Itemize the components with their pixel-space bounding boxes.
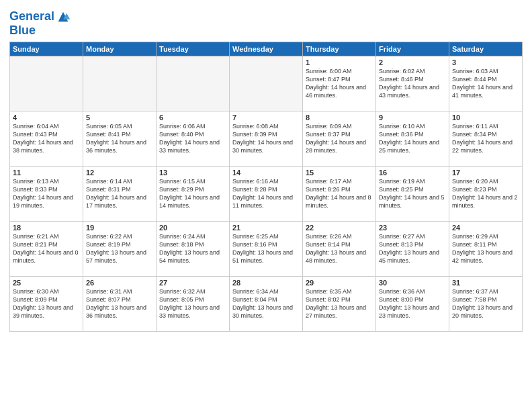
calendar-day-cell: 2Sunrise: 6:02 AM Sunset: 8:46 PM Daylig… bbox=[376, 56, 449, 111]
day-number: 8 bbox=[306, 113, 373, 122]
calendar-day-cell: 30Sunrise: 6:36 AM Sunset: 8:00 PM Dayli… bbox=[376, 276, 449, 331]
calendar-col-header: Wednesday bbox=[230, 42, 303, 56]
calendar-day-cell: 18Sunrise: 6:21 AM Sunset: 8:21 PM Dayli… bbox=[10, 221, 83, 276]
calendar-day-cell: 24Sunrise: 6:29 AM Sunset: 8:11 PM Dayli… bbox=[449, 221, 523, 276]
day-number: 5 bbox=[86, 113, 153, 122]
day-number: 22 bbox=[306, 224, 373, 232]
logo: General Blue bbox=[9, 9, 71, 38]
calendar-body: 1Sunrise: 6:00 AM Sunset: 8:47 PM Daylig… bbox=[10, 56, 523, 331]
calendar-day-cell: 4Sunrise: 6:04 AM Sunset: 8:43 PM Daylig… bbox=[10, 111, 83, 166]
day-info: Sunrise: 6:13 AM Sunset: 8:33 PM Dayligh… bbox=[13, 177, 80, 210]
day-info: Sunrise: 6:24 AM Sunset: 8:18 PM Dayligh… bbox=[159, 232, 226, 265]
calendar-day-cell: 16Sunrise: 6:19 AM Sunset: 8:25 PM Dayli… bbox=[376, 166, 449, 221]
calendar-day-cell: 28Sunrise: 6:34 AM Sunset: 8:04 PM Dayli… bbox=[230, 276, 303, 331]
calendar-day-cell: 25Sunrise: 6:30 AM Sunset: 8:09 PM Dayli… bbox=[10, 276, 83, 331]
calendar-day-cell: 3Sunrise: 6:03 AM Sunset: 8:44 PM Daylig… bbox=[449, 56, 523, 111]
day-info: Sunrise: 6:08 AM Sunset: 8:39 PM Dayligh… bbox=[232, 122, 300, 155]
day-info: Sunrise: 6:11 AM Sunset: 8:34 PM Dayligh… bbox=[452, 122, 519, 155]
day-number: 20 bbox=[159, 224, 226, 232]
calendar-day-cell: 6Sunrise: 6:06 AM Sunset: 8:40 PM Daylig… bbox=[157, 111, 230, 166]
calendar-day-cell: 21Sunrise: 6:25 AM Sunset: 8:16 PM Dayli… bbox=[230, 221, 303, 276]
day-info: Sunrise: 6:10 AM Sunset: 8:36 PM Dayligh… bbox=[379, 122, 446, 155]
logo-icon bbox=[56, 9, 71, 24]
day-number: 10 bbox=[452, 113, 519, 122]
calendar-day-cell: 1Sunrise: 6:00 AM Sunset: 8:47 PM Daylig… bbox=[303, 56, 376, 111]
day-info: Sunrise: 6:27 AM Sunset: 8:13 PM Dayligh… bbox=[379, 232, 446, 265]
calendar-day-cell: 5Sunrise: 6:05 AM Sunset: 8:41 PM Daylig… bbox=[83, 111, 157, 166]
calendar-day-cell: 13Sunrise: 6:15 AM Sunset: 8:29 PM Dayli… bbox=[157, 166, 230, 221]
calendar-day-cell: 12Sunrise: 6:14 AM Sunset: 8:31 PM Dayli… bbox=[83, 166, 157, 221]
day-info: Sunrise: 6:00 AM Sunset: 8:47 PM Dayligh… bbox=[306, 67, 373, 100]
calendar-day-cell bbox=[83, 56, 157, 111]
day-info: Sunrise: 6:02 AM Sunset: 8:46 PM Dayligh… bbox=[379, 67, 446, 100]
calendar-col-header: Thursday bbox=[303, 42, 376, 56]
day-number: 18 bbox=[13, 224, 80, 232]
calendar-day-cell: 19Sunrise: 6:22 AM Sunset: 8:19 PM Dayli… bbox=[83, 221, 157, 276]
calendar-day-cell: 14Sunrise: 6:16 AM Sunset: 8:28 PM Dayli… bbox=[230, 166, 303, 221]
day-info: Sunrise: 6:25 AM Sunset: 8:16 PM Dayligh… bbox=[232, 232, 300, 265]
calendar-day-cell: 26Sunrise: 6:31 AM Sunset: 8:07 PM Dayli… bbox=[83, 276, 157, 331]
day-number: 16 bbox=[379, 169, 446, 177]
day-number: 7 bbox=[232, 113, 300, 122]
calendar-header-row: SundayMondayTuesdayWednesdayThursdayFrid… bbox=[10, 42, 523, 56]
calendar-col-header: Sunday bbox=[10, 42, 83, 56]
day-number: 26 bbox=[86, 279, 153, 287]
calendar-day-cell: 10Sunrise: 6:11 AM Sunset: 8:34 PM Dayli… bbox=[449, 111, 523, 166]
day-number: 1 bbox=[306, 58, 373, 66]
day-info: Sunrise: 6:29 AM Sunset: 8:11 PM Dayligh… bbox=[452, 232, 519, 265]
logo-text2: Blue bbox=[9, 24, 71, 38]
day-number: 28 bbox=[232, 279, 300, 287]
day-number: 30 bbox=[379, 279, 446, 287]
day-info: Sunrise: 6:35 AM Sunset: 8:02 PM Dayligh… bbox=[306, 287, 373, 320]
day-info: Sunrise: 6:36 AM Sunset: 8:00 PM Dayligh… bbox=[379, 287, 446, 320]
day-number: 11 bbox=[13, 169, 80, 177]
calendar-day-cell: 8Sunrise: 6:09 AM Sunset: 8:37 PM Daylig… bbox=[303, 111, 376, 166]
calendar-week-row: 11Sunrise: 6:13 AM Sunset: 8:33 PM Dayli… bbox=[10, 166, 523, 221]
calendar-day-cell bbox=[10, 56, 83, 111]
calendar-day-cell: 9Sunrise: 6:10 AM Sunset: 8:36 PM Daylig… bbox=[376, 111, 449, 166]
day-number: 21 bbox=[232, 224, 300, 232]
day-info: Sunrise: 6:19 AM Sunset: 8:25 PM Dayligh… bbox=[379, 177, 446, 210]
calendar-day-cell bbox=[157, 56, 230, 111]
calendar-col-header: Friday bbox=[376, 42, 449, 56]
day-info: Sunrise: 6:20 AM Sunset: 8:23 PM Dayligh… bbox=[452, 177, 519, 210]
day-number: 19 bbox=[86, 224, 153, 232]
calendar-col-header: Tuesday bbox=[157, 42, 230, 56]
day-info: Sunrise: 6:17 AM Sunset: 8:26 PM Dayligh… bbox=[306, 177, 373, 210]
day-number: 15 bbox=[306, 169, 373, 177]
day-info: Sunrise: 6:09 AM Sunset: 8:37 PM Dayligh… bbox=[306, 122, 373, 155]
day-number: 9 bbox=[379, 113, 446, 122]
day-number: 14 bbox=[232, 169, 300, 177]
day-info: Sunrise: 6:21 AM Sunset: 8:21 PM Dayligh… bbox=[13, 232, 80, 265]
day-number: 17 bbox=[452, 169, 519, 177]
day-number: 31 bbox=[452, 279, 519, 287]
day-number: 13 bbox=[159, 169, 226, 177]
day-number: 27 bbox=[159, 279, 226, 287]
day-number: 6 bbox=[159, 113, 226, 122]
day-info: Sunrise: 6:14 AM Sunset: 8:31 PM Dayligh… bbox=[86, 177, 153, 210]
day-number: 12 bbox=[86, 169, 153, 177]
day-info: Sunrise: 6:26 AM Sunset: 8:14 PM Dayligh… bbox=[306, 232, 373, 265]
day-info: Sunrise: 6:16 AM Sunset: 8:28 PM Dayligh… bbox=[232, 177, 300, 210]
day-number: 23 bbox=[379, 224, 446, 232]
calendar-week-row: 18Sunrise: 6:21 AM Sunset: 8:21 PM Dayli… bbox=[10, 221, 523, 276]
calendar-day-cell: 20Sunrise: 6:24 AM Sunset: 8:18 PM Dayli… bbox=[157, 221, 230, 276]
calendar-col-header: Monday bbox=[83, 42, 157, 56]
day-info: Sunrise: 6:37 AM Sunset: 7:58 PM Dayligh… bbox=[452, 287, 519, 320]
day-number: 29 bbox=[306, 279, 373, 287]
day-number: 4 bbox=[13, 113, 80, 122]
calendar-col-header: Saturday bbox=[449, 42, 523, 56]
day-info: Sunrise: 6:32 AM Sunset: 8:05 PM Dayligh… bbox=[159, 287, 226, 320]
day-number: 25 bbox=[13, 279, 80, 287]
day-info: Sunrise: 6:06 AM Sunset: 8:40 PM Dayligh… bbox=[159, 122, 226, 155]
calendar-week-row: 25Sunrise: 6:30 AM Sunset: 8:09 PM Dayli… bbox=[10, 276, 523, 331]
day-info: Sunrise: 6:03 AM Sunset: 8:44 PM Dayligh… bbox=[452, 67, 519, 100]
calendar-day-cell: 23Sunrise: 6:27 AM Sunset: 8:13 PM Dayli… bbox=[376, 221, 449, 276]
calendar-day-cell: 31Sunrise: 6:37 AM Sunset: 7:58 PM Dayli… bbox=[449, 276, 523, 331]
calendar-day-cell: 11Sunrise: 6:13 AM Sunset: 8:33 PM Dayli… bbox=[10, 166, 83, 221]
calendar-day-cell: 15Sunrise: 6:17 AM Sunset: 8:26 PM Dayli… bbox=[303, 166, 376, 221]
day-number: 24 bbox=[452, 224, 519, 232]
page-header: General Blue bbox=[9, 7, 523, 38]
calendar-day-cell: 22Sunrise: 6:26 AM Sunset: 8:14 PM Dayli… bbox=[303, 221, 376, 276]
calendar-week-row: 4Sunrise: 6:04 AM Sunset: 8:43 PM Daylig… bbox=[10, 111, 523, 166]
